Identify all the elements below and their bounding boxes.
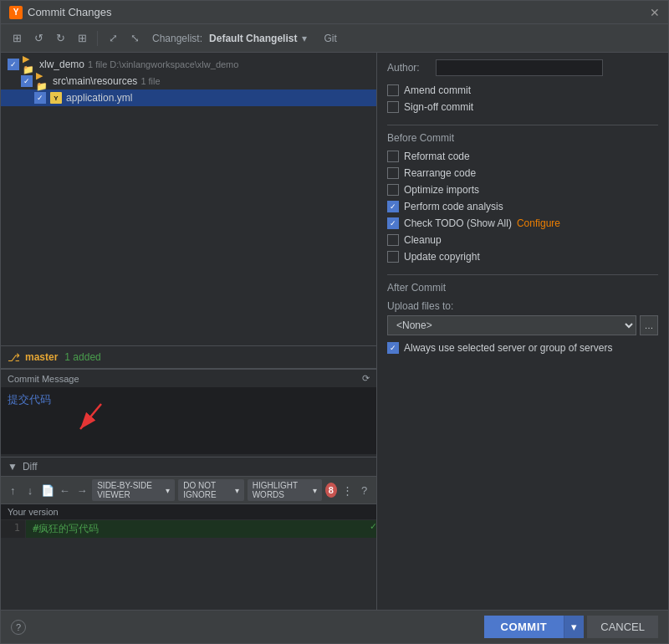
tree-item-xlw-demo[interactable]: ✓ ▶ 📁 xlw_demo 1 file D:\xinlangworkspac… (1, 56, 376, 73)
diff-line-content-1: #疯狂的写代码 (26, 520, 367, 538)
titlebar: Y Commit Changes ✕ (1, 1, 668, 24)
diff-prev-btn[interactable]: ← (58, 481, 72, 499)
diff-help-btn[interactable]: ? (357, 481, 371, 499)
commit-message-input[interactable]: 提交代码 (1, 387, 376, 454)
toolbar-btn-3[interactable]: ↻ (51, 29, 69, 48)
always-use-checkbox[interactable]: ✓ (387, 342, 399, 354)
tree-label-application-yml: application.yml (66, 92, 132, 104)
separator-1 (97, 31, 98, 46)
tree-checkbox-xlw-demo[interactable]: ✓ (8, 59, 19, 70)
highlight-words-dropdown-icon: ▾ (313, 486, 317, 495)
do-not-ignore-label: DO NOT IGNORE (183, 481, 233, 499)
before-commit-header: Before Commit (387, 132, 658, 144)
file-icon-application-yml: Y (49, 91, 63, 105)
diff-next-btn[interactable]: → (75, 481, 89, 499)
branch-icon: ⎇ (8, 351, 20, 364)
right-panel: Author: Amend commit Sign-off commit Bef… (377, 53, 668, 610)
toolbar-btn-grid[interactable]: ⊞ (73, 29, 91, 48)
help-button[interactable]: ? (11, 620, 26, 635)
diff-section: ▼ Diff ↑ ↓ 📄 ← → SIDE-BY-SIDE VIEWER ▾ D… (1, 457, 376, 538)
titlebar-left: Y Commit Changes (9, 6, 111, 19)
commit-button[interactable]: COMMIT (484, 616, 564, 638)
diff-error-btn[interactable]: 8 (325, 483, 337, 498)
tree-checkbox-resources[interactable]: ✓ (21, 75, 33, 87)
reformat-code-checkbox[interactable] (387, 151, 399, 162)
rearrange-code-row: Rearrange code (387, 167, 658, 179)
author-input[interactable] (436, 59, 603, 76)
side-by-side-viewer-btn[interactable]: SIDE-BY-SIDE VIEWER ▾ (92, 479, 175, 501)
divider-1 (387, 125, 658, 125)
tree-checkbox-application-yml[interactable]: ✓ (34, 92, 46, 104)
perform-code-analysis-label: Perform code analysis (404, 201, 503, 212)
toolbar-btn-2[interactable]: ↺ (29, 29, 48, 48)
side-by-side-dropdown-icon: ▾ (166, 486, 170, 495)
file-tree: ✓ ▶ 📁 xlw_demo 1 file D:\xinlangworkspac… (1, 53, 376, 345)
diff-toolbar: ↑ ↓ 📄 ← → SIDE-BY-SIDE VIEWER ▾ DO NOT I… (1, 477, 376, 504)
tree-item-resources[interactable]: ✓ ▶ 📁 src\main\resources 1 file (1, 73, 376, 89)
diff-toggle-icon[interactable]: ▼ (8, 461, 18, 473)
do-not-ignore-btn[interactable]: DO NOT IGNORE ▾ (178, 479, 244, 501)
tree-label-resources: src\main\resources (53, 75, 137, 87)
app-icon: Y (9, 6, 23, 19)
branch-status: 1 added (64, 351, 100, 363)
diff-line-1: 1 #疯狂的写代码 ✓ (1, 520, 376, 538)
optimize-imports-label: Optimize imports (404, 184, 479, 196)
changelist-dropdown-icon[interactable]: ▾ (302, 33, 307, 44)
diff-more-btn[interactable]: ⋮ (340, 481, 355, 499)
perform-code-analysis-checkbox[interactable]: ✓ (387, 201, 399, 212)
toolbar-btn-1[interactable]: ⊞ (8, 29, 26, 48)
diff-header: ▼ Diff (1, 457, 376, 477)
changelist-label: Changelist: (152, 33, 202, 44)
configure-link[interactable]: Configure (517, 217, 560, 229)
commit-message-input-wrapper: 提交代码 (1, 387, 376, 457)
left-panel: ✓ ▶ 📁 xlw_demo 1 file D:\xinlangworkspac… (1, 53, 377, 610)
optimize-imports-checkbox[interactable] (387, 184, 399, 196)
rearrange-code-checkbox[interactable] (387, 167, 399, 179)
check-todo-row: ✓ Check TODO (Show All) Configure (387, 217, 658, 229)
folder-icon-resources: ▶ 📁 (36, 74, 49, 88)
toolbar-btn-collapse[interactable]: ⤡ (125, 29, 144, 48)
cancel-button[interactable]: CANCEL (587, 616, 658, 638)
tree-label-xlw-demo: xlw_demo (39, 59, 84, 70)
commit-message-icon[interactable]: ⟳ (362, 373, 370, 384)
upload-select[interactable]: <None> (387, 315, 636, 335)
perform-code-analysis-row: ✓ Perform code analysis (387, 201, 658, 212)
branch-name: master (25, 351, 58, 363)
diff-up-btn[interactable]: ↑ (6, 481, 20, 499)
diff-line-check-1: ✓ (370, 520, 376, 538)
tree-item-application-yml[interactable]: ✓ Y application.yml (1, 89, 376, 106)
commit-message-area: Commit Message ⟳ 提交代码 (1, 369, 376, 457)
folder-icon-xlw-demo: ▶ 📁 (23, 58, 36, 71)
signoff-commit-checkbox[interactable] (387, 101, 399, 113)
bottom-bar: ? COMMIT ▾ CANCEL (1, 610, 668, 643)
diff-down-btn[interactable]: ↓ (23, 481, 38, 499)
window-title: Commit Changes (28, 6, 111, 18)
author-row: Author: (387, 59, 658, 76)
do-not-ignore-dropdown-icon: ▾ (235, 486, 239, 495)
check-todo-checkbox[interactable]: ✓ (387, 217, 399, 229)
update-copyright-label: Update copyright (404, 251, 480, 263)
toolbar-btn-expand[interactable]: ⤢ (104, 29, 122, 48)
diff-content: Your version 1 #疯狂的写代码 ✓ (1, 504, 376, 538)
optimize-imports-row: Optimize imports (387, 184, 658, 196)
diff-label: Diff (23, 461, 38, 473)
main-content: ✓ ▶ 📁 xlw_demo 1 file D:\xinlangworkspac… (1, 53, 668, 610)
update-copyright-checkbox[interactable] (387, 251, 399, 263)
close-button[interactable]: ✕ (650, 6, 660, 19)
diff-file-btn[interactable]: 📄 (40, 481, 54, 499)
bottom-left: ? (11, 620, 26, 635)
amend-commit-row: Amend commit (387, 84, 658, 96)
reformat-code-row: Reformat code (387, 151, 658, 162)
cleanup-checkbox[interactable] (387, 234, 399, 246)
upload-more-btn[interactable]: … (640, 315, 658, 335)
commit-message-header: Commit Message ⟳ (1, 370, 376, 387)
commit-message-label: Commit Message (8, 374, 79, 384)
highlight-words-btn[interactable]: HIGHLIGHT WORDS ▾ (248, 479, 322, 501)
reformat-code-label: Reformat code (404, 151, 470, 162)
commit-changes-window: Y Commit Changes ✕ ⊞ ↺ ↻ ⊞ ⤢ ⤡ Changelis… (0, 0, 669, 644)
rearrange-code-label: Rearrange code (404, 167, 476, 179)
amend-commit-checkbox[interactable] (387, 84, 399, 96)
commit-dropdown-button[interactable]: ▾ (564, 616, 584, 638)
divider-2 (387, 274, 658, 275)
always-use-label: Always use selected server or group of s… (404, 342, 612, 354)
